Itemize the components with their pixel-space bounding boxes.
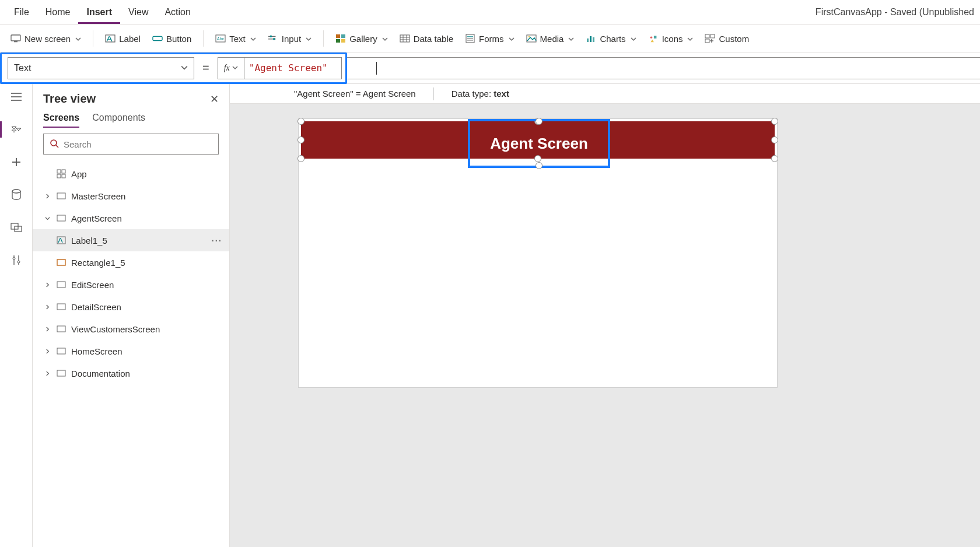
insert-custom-button[interactable]: Custom	[699, 25, 755, 52]
insert-gallery-button[interactable]: Gallery	[330, 25, 394, 52]
svg-rect-13	[336, 39, 340, 43]
canvas-screen[interactable]: Agent Screen	[299, 119, 777, 387]
new-screen-label: New screen	[24, 34, 71, 44]
insert-text-label: Text	[229, 34, 246, 44]
selection-handle[interactable]	[771, 136, 778, 143]
formula-extension[interactable]	[347, 57, 980, 79]
tree-item-label: MasterScreen	[71, 191, 125, 201]
svg-rect-55	[62, 170, 65, 173]
svg-rect-56	[57, 174, 61, 178]
more-icon[interactable]: ···	[211, 236, 222, 246]
tree-item-app[interactable]: App	[33, 163, 229, 185]
tab-components[interactable]: Components	[92, 113, 145, 128]
tree-item-detailscreen[interactable]: DetailScreen	[33, 296, 229, 318]
canvas-area[interactable]: "Agent Screen" = Agent Screen Data type:…	[230, 84, 980, 547]
tree-item-agentscreen[interactable]: AgentScreen	[33, 207, 229, 229]
media-rail-button[interactable]	[7, 218, 26, 237]
tree-item-viewcustomersscreen[interactable]: ViewCustomersScreen	[33, 318, 229, 340]
tree-item-masterscreen[interactable]: MasterScreen	[33, 185, 229, 207]
fx-button[interactable]: fx	[218, 57, 244, 79]
button-icon	[152, 33, 163, 44]
chevron-down-icon	[181, 63, 188, 73]
svg-rect-33	[710, 34, 715, 38]
svg-rect-34	[705, 39, 709, 43]
insert-input-button[interactable]: Input	[262, 25, 317, 52]
svg-marker-42	[16, 128, 21, 131]
new-screen-button[interactable]: New screen	[5, 25, 87, 52]
selection-handle[interactable]	[771, 118, 778, 125]
property-name: Text	[14, 63, 31, 73]
insert-label-button[interactable]: Label	[99, 25, 146, 52]
insert-datatable-button[interactable]: Data table	[394, 25, 459, 52]
insert-media-button[interactable]: Media	[520, 25, 580, 52]
svg-rect-14	[341, 39, 345, 43]
svg-rect-65	[57, 348, 65, 354]
data-type-label: Data type:	[452, 89, 494, 99]
svg-rect-4	[153, 36, 162, 40]
input-icon	[268, 33, 278, 44]
datatable-icon	[400, 33, 410, 44]
ribbon: New screen Label Button Abc Text Input G…	[0, 24, 980, 52]
selection-handle[interactable]	[298, 155, 304, 162]
tree-item-label: ViewCustomersScreen	[71, 324, 160, 334]
insert-rail-button[interactable]	[7, 153, 26, 171]
tree-item-label: EditScreen	[71, 280, 114, 290]
selection-handle[interactable]	[298, 136, 304, 143]
text-cursor-icon	[376, 62, 377, 75]
chevron-right-icon	[43, 327, 51, 332]
insert-icons-button[interactable]: Icons	[642, 25, 699, 52]
property-dropdown[interactable]: Text	[8, 57, 194, 79]
chevron-down-icon	[687, 34, 693, 44]
tree-item-label1-5[interactable]: Label1_5 ···	[33, 229, 229, 251]
menu-file[interactable]: File	[6, 0, 37, 24]
selection-handle[interactable]	[536, 162, 542, 169]
chevron-down-icon	[568, 34, 574, 44]
svg-marker-40	[12, 127, 16, 129]
menu-view[interactable]: View	[120, 0, 156, 24]
chevron-down-icon	[509, 34, 514, 44]
tree-item-documentation[interactable]: Documentation	[33, 362, 229, 384]
selection-handle[interactable]	[536, 118, 542, 125]
formula-input-box[interactable]	[244, 57, 342, 79]
menu-insert[interactable]: Insert	[78, 0, 120, 24]
insert-forms-button[interactable]: Forms	[459, 25, 520, 52]
tree-view-title: Tree view	[43, 92, 96, 106]
hamburger-button[interactable]	[7, 87, 26, 106]
tree-search-box[interactable]	[43, 134, 219, 155]
tree-item-label: HomeScreen	[71, 346, 123, 356]
data-rail-button[interactable]	[7, 185, 26, 204]
divider	[433, 87, 434, 100]
left-rail	[0, 84, 33, 547]
charts-icon	[586, 33, 596, 44]
tree-item-editscreen[interactable]: EditScreen	[33, 274, 229, 296]
insert-charts-button[interactable]: Charts	[580, 25, 642, 52]
tab-screens[interactable]: Screens	[43, 113, 79, 128]
screen-icon	[56, 279, 66, 290]
screen-icon	[56, 213, 66, 223]
selection-handle[interactable]	[771, 155, 778, 162]
insert-text-button[interactable]: Abc Text	[209, 25, 262, 52]
svg-rect-58	[57, 193, 65, 199]
screen-icon	[10, 33, 21, 44]
canvas-selected-label[interactable]: Agent Screen	[468, 119, 610, 168]
tree-item-homescreen[interactable]: HomeScreen	[33, 340, 229, 362]
svg-point-10	[273, 38, 275, 40]
menu-action[interactable]: Action	[156, 0, 198, 24]
svg-rect-1	[14, 41, 18, 42]
insert-button-button[interactable]: Button	[146, 25, 197, 52]
svg-rect-26	[587, 38, 589, 42]
insert-media-label: Media	[540, 34, 564, 44]
tree-item-rectangle1-5[interactable]: Rectangle1_5	[33, 251, 229, 274]
advanced-rail-button[interactable]	[7, 251, 26, 269]
formula-input[interactable]	[249, 62, 337, 73]
selection-handle[interactable]	[298, 118, 304, 125]
insert-forms-label: Forms	[479, 34, 504, 44]
tree-search-input[interactable]	[64, 139, 212, 149]
menu-home[interactable]: Home	[37, 0, 79, 24]
close-icon[interactable]: ✕	[210, 93, 219, 106]
label-icon	[105, 33, 116, 44]
svg-rect-0	[11, 35, 20, 41]
tree-item-label: DetailScreen	[71, 302, 121, 312]
tree-view-rail-button[interactable]	[7, 120, 26, 139]
tree-item-label: AgentScreen	[71, 213, 122, 223]
